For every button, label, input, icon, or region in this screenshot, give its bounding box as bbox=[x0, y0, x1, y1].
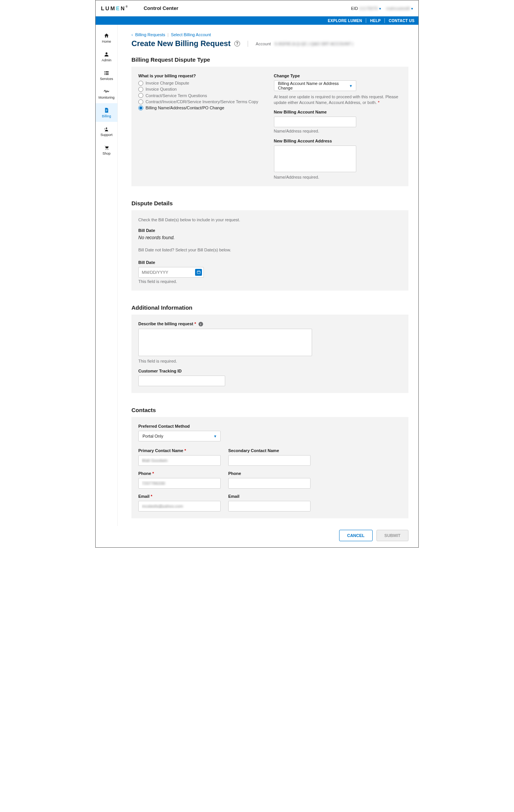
contact-us-link[interactable]: CONTACT US bbox=[389, 19, 415, 23]
account-label: Account bbox=[256, 42, 271, 46]
sidebar-item-label: Support bbox=[101, 133, 113, 137]
bill-date-input[interactable] bbox=[138, 267, 204, 278]
logo: LUMEN® bbox=[101, 5, 128, 11]
sidebar-item-home[interactable]: Home bbox=[96, 29, 117, 47]
chevron-left-icon[interactable]: ‹ bbox=[131, 32, 133, 37]
svg-rect-4 bbox=[106, 72, 109, 73]
svg-rect-3 bbox=[104, 72, 105, 73]
radio-contract-invoice-cdr-copy[interactable]: Contract/Invoice/CDR/Service Inventory/S… bbox=[138, 99, 266, 104]
new-billing-account-name-label: New Billing Account Name bbox=[274, 110, 402, 114]
select-value: Billing Account Name or Address Change bbox=[278, 81, 350, 90]
section-title-contacts: Contacts bbox=[131, 407, 408, 413]
radio-label: Invoice Question bbox=[146, 86, 177, 92]
user-name: mahcustest6 bbox=[386, 6, 410, 11]
sidebar-item-label: Admin bbox=[102, 58, 112, 62]
preferred-contact-method-label: Preferred Contact Method bbox=[138, 424, 402, 428]
change-type-helper: At least one update is required to proce… bbox=[274, 94, 402, 106]
panel-dispute-details: Check the Bill Date(s) below to include … bbox=[131, 210, 408, 291]
svg-point-10 bbox=[106, 127, 107, 129]
breadcrumb-select-billing-account[interactable]: Select Billing Account bbox=[171, 32, 211, 37]
svg-point-0 bbox=[106, 52, 107, 54]
dispute-details-instruction: Check the Bill Date(s) below to include … bbox=[138, 217, 402, 223]
secondary-contact-name-label: Secondary Contact Name bbox=[228, 448, 311, 453]
change-type-select[interactable]: Billing Account Name or Address Change ▾ bbox=[274, 80, 356, 91]
sidebar-item-shop[interactable]: Shop bbox=[96, 141, 117, 159]
sidebar-item-billing[interactable]: Billing bbox=[96, 103, 117, 122]
chevron-down-icon: ▾ bbox=[214, 434, 216, 439]
sidebar-item-label: Billing bbox=[102, 114, 111, 118]
section-title-dispute-type: Billing Request Dispute Type bbox=[131, 56, 408, 63]
eid-value: 11170076 bbox=[359, 6, 378, 11]
primary-email-label: Email * bbox=[138, 494, 221, 499]
chevron-down-icon: ▾ bbox=[411, 6, 413, 11]
logo-text-post: N bbox=[121, 5, 126, 11]
primary-phone-input[interactable] bbox=[138, 478, 221, 489]
describe-error: This field is required. bbox=[138, 359, 402, 363]
secondary-phone-input[interactable] bbox=[228, 478, 311, 489]
svg-rect-6 bbox=[106, 74, 109, 75]
shop-icon bbox=[104, 144, 110, 150]
explore-lumen-link[interactable]: EXPLORE LUMEN bbox=[328, 19, 362, 23]
divider: | bbox=[168, 32, 169, 37]
top-bar: LUMEN® Control Center EID 11170076 ▾ mah… bbox=[96, 0, 418, 16]
billing-request-question-label: What is your billing request? bbox=[138, 74, 266, 78]
chevron-down-icon: ▾ bbox=[379, 6, 381, 11]
new-billing-account-address-input[interactable] bbox=[274, 145, 356, 172]
new-billing-account-name-error: Name/Address required. bbox=[274, 129, 402, 133]
customer-tracking-id-input[interactable] bbox=[138, 376, 225, 386]
main-content: ‹ Billing Requests | Select Billing Acco… bbox=[118, 25, 418, 526]
footer-actions: CANCEL SUBMIT bbox=[96, 526, 418, 547]
radio-billing-name-address-change[interactable]: Billing Name/Address/Contact/PO Change bbox=[138, 105, 266, 110]
radio-invoice-charge-dispute[interactable]: Invoice Charge Dispute bbox=[138, 80, 266, 86]
customer-tracking-id-label: Customer Tracking ID bbox=[138, 369, 402, 373]
support-icon bbox=[104, 126, 110, 132]
secondary-nav: EXPLORE LUMEN HELP CONTACT US bbox=[96, 16, 418, 25]
select-value: Portal Only bbox=[143, 434, 163, 438]
logo-text-pre: LUM bbox=[101, 5, 116, 11]
services-icon bbox=[104, 70, 110, 76]
home-icon bbox=[104, 32, 110, 38]
sidebar-item-support[interactable]: Support bbox=[96, 122, 117, 141]
cancel-button[interactable]: CANCEL bbox=[339, 530, 373, 541]
primary-email-input[interactable] bbox=[138, 501, 221, 511]
calendar-icon[interactable] bbox=[195, 269, 202, 276]
primary-contact-name-input[interactable] bbox=[138, 455, 221, 466]
breadcrumb-billing-requests[interactable]: Billing Requests bbox=[135, 32, 165, 37]
eid-dropdown[interactable]: EID 11170076 ▾ bbox=[351, 6, 381, 11]
section-title-dispute-details: Dispute Details bbox=[131, 200, 408, 206]
user-dropdown[interactable]: mahcustest6 ▾ bbox=[386, 6, 413, 11]
describe-billing-request-input[interactable] bbox=[138, 329, 312, 356]
help-icon[interactable]: ? bbox=[234, 41, 240, 46]
eid-label: EID bbox=[351, 6, 358, 11]
new-billing-account-name-input[interactable] bbox=[274, 117, 356, 127]
describe-label: Describe the billing request * i bbox=[138, 321, 402, 327]
secondary-phone-label: Phone bbox=[228, 471, 311, 476]
sidebar-item-admin[interactable]: Admin bbox=[96, 47, 117, 66]
no-records-message: No records found. bbox=[138, 235, 402, 240]
radio-label: Contract/Invoice/CDR/Service Inventory/S… bbox=[146, 99, 258, 104]
bill-date-error: This field is required. bbox=[138, 279, 402, 284]
svg-rect-1 bbox=[104, 71, 105, 72]
divider bbox=[384, 18, 385, 23]
submit-button[interactable]: SUBMIT bbox=[376, 530, 408, 541]
secondary-contact-name-input[interactable] bbox=[228, 455, 311, 466]
sidebar: Home Admin Services Monitoring Billing S… bbox=[96, 25, 118, 526]
page-title: Create New Billing Request bbox=[131, 39, 231, 48]
svg-point-11 bbox=[106, 149, 106, 150]
radio-label: Billing Name/Address/Contact/PO Change bbox=[146, 105, 224, 110]
divider bbox=[248, 41, 248, 47]
info-icon[interactable]: i bbox=[199, 322, 203, 326]
secondary-email-input[interactable] bbox=[228, 501, 311, 511]
monitoring-icon bbox=[104, 88, 110, 94]
new-billing-account-address-error: Name/Address required. bbox=[274, 175, 402, 179]
preferred-contact-method-select[interactable]: Portal Only ▾ bbox=[138, 431, 221, 441]
sidebar-item-services[interactable]: Services bbox=[96, 66, 117, 85]
logo-text-e: E bbox=[116, 5, 120, 11]
divider bbox=[366, 18, 366, 23]
sidebar-item-monitoring[interactable]: Monitoring bbox=[96, 85, 117, 103]
help-link[interactable]: HELP bbox=[370, 19, 381, 23]
radio-contract-service-term-questions[interactable]: Contract/Service Term Questions bbox=[138, 93, 266, 98]
secondary-email-label: Email bbox=[228, 494, 311, 499]
svg-rect-2 bbox=[106, 71, 109, 72]
radio-invoice-question[interactable]: Invoice Question bbox=[138, 86, 266, 92]
